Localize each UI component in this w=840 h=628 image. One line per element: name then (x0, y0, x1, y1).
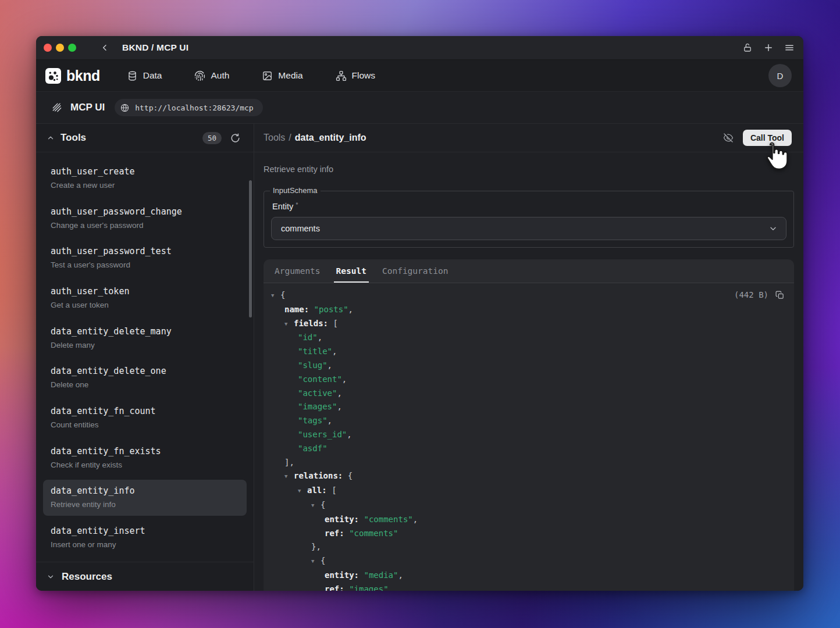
json-punct: , (347, 430, 351, 439)
collapse-arrow-icon[interactable]: ▼ (298, 484, 307, 498)
json-line: name: "posts", (271, 303, 784, 317)
tool-item-data_entity_delete_one[interactable]: data_entity_delete_one Delete one (36, 359, 254, 399)
json-punct: [ (333, 319, 337, 328)
tool-item-data_entity_insert[interactable]: data_entity_insert Insert one or many (36, 519, 254, 559)
eye-off-icon[interactable] (722, 132, 734, 144)
breadcrumb-section[interactable]: Tools (264, 133, 285, 143)
avatar[interactable]: D (768, 64, 792, 87)
json-string: "comments" (349, 529, 398, 538)
tool-name: auth_user_create (51, 166, 242, 177)
refresh-icon[interactable] (230, 133, 241, 144)
tab-configuration[interactable]: Configuration (381, 259, 450, 283)
tool-item-data_entity_info[interactable]: data_entity_info Retrieve entity info (43, 480, 247, 516)
main-header: Tools / data_entity_info Call Tool (254, 124, 803, 152)
tab-arguments[interactable]: Arguments (273, 259, 322, 283)
chevron-up-icon (47, 134, 55, 142)
sidebar-scrollbar[interactable] (249, 180, 252, 317)
json-punct: ], (284, 458, 294, 467)
lock-open-icon[interactable] (742, 42, 753, 53)
brand-logo[interactable]: bknd (45, 67, 100, 84)
json-string: "tags" (298, 416, 328, 425)
json-string: "asdf" (298, 444, 328, 453)
tool-desc: Insert one or many (51, 540, 242, 549)
tool-desc: Count entities (51, 420, 242, 429)
tool-item-data_entity_fn_exists[interactable]: data_entity_fn_exists Check if entity ex… (36, 440, 254, 480)
collapse-arrow-icon[interactable]: ▼ (311, 499, 321, 513)
tool-item-auth_user_token[interactable]: auth_user_token Get a user token (36, 280, 254, 320)
json-key: ref: (325, 584, 344, 591)
title-bar: BKND / MCP UI (36, 36, 803, 60)
json-punct: , (337, 402, 341, 411)
tool-name: data_entity_fn_exists (51, 446, 242, 456)
json-punct: , (337, 388, 341, 398)
tools-section-header[interactable]: Tools 50 (36, 124, 254, 152)
globe-icon (120, 103, 130, 113)
tool-name: data_entity_delete_one (51, 366, 242, 376)
result-card: ArgumentsResultConfiguration (442 B) ▼{n… (264, 259, 794, 591)
server-url-pill[interactable]: http://localhost:28623/mcp (115, 99, 263, 116)
collapse-arrow-icon[interactable]: ▼ (271, 289, 280, 303)
json-key: relations: (294, 471, 343, 480)
nav-item-data[interactable]: Data (127, 70, 162, 81)
tool-item-auth_user_password_test[interactable]: auth_user_password_test Test a user's pa… (36, 240, 254, 280)
entity-select[interactable]: comments (271, 217, 786, 240)
collapse-arrow-icon[interactable]: ▼ (311, 555, 321, 569)
result-size-label: (442 B) (734, 288, 768, 302)
tool-item-data_entity_fn_count[interactable]: data_entity_fn_count Count entities (36, 399, 254, 440)
tool-desc: Retrieve entity info (51, 500, 242, 509)
tool-desc: Test a user's password (51, 261, 242, 269)
tool-desc: Get a user token (51, 301, 242, 309)
json-line: ▼fields: [ (271, 317, 784, 331)
nav-item-flows[interactable]: Flows (336, 70, 375, 81)
tool-name: data_entity_fn_count (51, 406, 242, 416)
menu-icon[interactable] (784, 42, 795, 53)
entity-field-label: Entity (271, 202, 293, 211)
nav-items: Data Auth Media Flows (127, 70, 375, 81)
json-line: entity: "media", (271, 569, 784, 583)
back-icon[interactable] (100, 43, 109, 52)
json-punct: , (328, 361, 332, 370)
json-line: "title", (271, 345, 784, 359)
image-icon (262, 70, 273, 81)
json-punct: [ (332, 486, 336, 495)
tool-name: data_entity_insert (51, 526, 242, 536)
maximize-window-button[interactable] (68, 44, 76, 52)
nav-item-label: Auth (211, 70, 229, 81)
tool-item-auth_user_create[interactable]: auth_user_create Create a new user (36, 160, 254, 200)
required-mark: * (296, 201, 298, 208)
json-punct: { (280, 290, 285, 299)
json-punct: { (321, 556, 325, 565)
json-line: ▼{ (271, 498, 784, 513)
collapse-arrow-icon[interactable]: ▼ (284, 317, 294, 331)
tool-item-auth_user_password_change[interactable]: auth_user_password_change Change a user'… (36, 200, 254, 240)
json-string: "comments" (364, 515, 412, 524)
json-string: "active" (298, 388, 337, 398)
collapse-arrow-icon[interactable]: ▼ (284, 470, 294, 484)
tool-name: data_entity_info (51, 486, 242, 496)
json-string: "images" (298, 402, 337, 411)
plus-icon[interactable] (763, 42, 774, 53)
minimize-window-button[interactable] (56, 44, 64, 52)
brand-name: bknd (66, 67, 100, 84)
layers-hatch-icon (51, 102, 63, 113)
resources-section-header[interactable]: Resources (36, 562, 254, 591)
nav-item-media[interactable]: Media (262, 70, 302, 81)
json-line: ref: "comments" (271, 527, 784, 541)
breadcrumb-current: data_entity_info (295, 133, 366, 143)
tool-item-data_entity_delete_many[interactable]: data_entity_delete_many Delete many (36, 320, 254, 360)
tab-result[interactable]: Result (335, 259, 368, 283)
copy-icon[interactable] (775, 290, 785, 300)
call-tool-button[interactable]: Call Tool (743, 130, 792, 146)
tool-name: auth_user_token (51, 286, 242, 297)
json-line: "content", (271, 373, 784, 387)
flow-icon (336, 70, 347, 81)
nav-item-auth[interactable]: Auth (194, 70, 229, 81)
json-string: "media" (364, 570, 398, 580)
server-url: http://localhost:28623/mcp (135, 104, 254, 112)
json-line: "tags", (271, 414, 784, 428)
json-punct: { (348, 471, 353, 480)
json-line: ▼{ (271, 554, 784, 569)
tool-name: auth_user_password_change (51, 206, 242, 217)
close-window-button[interactable] (44, 44, 52, 52)
json-key: all: (307, 486, 327, 495)
